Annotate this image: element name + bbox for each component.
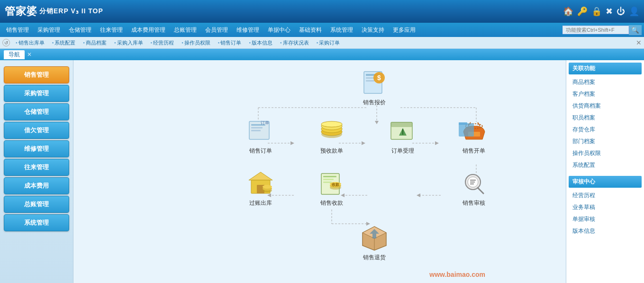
sales-audit-icon [459,169,490,198]
nav-cost[interactable]: 成本费用管理 [127,25,169,36]
sales-quote-icon: $ [359,69,390,97]
content-wrapper: 销售管理 采购管理 仓储管理 借欠管理 维修管理 往来管理 成本费用 总账管理 … [0,60,644,283]
flow-node-sales-order[interactable]: 订单 销售订单 [239,117,282,155]
tab-inventory-status[interactable]: 库存状况表 [276,38,313,47]
tab-system-config[interactable]: 系统配置 [48,38,80,47]
svg-rect-31 [251,127,263,128]
link-operator-perm[interactable]: 操作员权限 [569,147,642,159]
tab-sales-outbound[interactable]: 销售出库单 [12,38,48,47]
tab-purchase-inbound[interactable]: 采购入库单 [110,38,147,47]
tab-version[interactable]: 版本信息 [245,38,276,47]
sales-order-label: 销售订单 [249,147,272,155]
nav-content-area: 导航 ✕ 销售管理 采购管理 仓储管理 借欠管理 维修管理 往来管理 成本费用 … [0,49,644,283]
link-dept-file[interactable]: 部门档案 [569,136,642,147]
tab-sales-order[interactable]: 销售订单 [214,38,245,47]
sales-return-label: 销售退货 [363,254,386,262]
tabs-bar: ↺ 销售出库单 系统配置 商品档案 采购入库单 经营历程 操作员权限 销售订单 … [0,37,644,49]
flow-node-sales-quote[interactable]: $ 销售报价 [353,69,396,107]
sidebar-item-transactions[interactable]: 往来管理 [4,159,69,176]
tab-purchase-order[interactable]: 采购订单 [313,38,344,47]
tab-product-file[interactable]: 商品档案 [79,38,110,47]
search-button[interactable]: 🔍 [629,25,642,35]
sidebar-item-debt[interactable]: 借欠管理 [4,122,69,139]
svg-marker-15 [417,193,420,197]
svg-marker-3 [290,141,294,145]
nav-tab-close[interactable]: ✕ [27,51,32,58]
home-icon[interactable]: 🏠 [563,6,573,17]
nav-sales[interactable]: 销售管理 [2,25,33,36]
sidebar-item-system[interactable]: 系统管理 [4,214,69,231]
flow-node-sales-payment[interactable]: 收款 销售收款 [310,169,353,207]
nav-warehouse[interactable]: 仓储管理 [65,25,95,36]
power-icon[interactable]: ⏻ [617,7,625,17]
related-functions-section: 关联功能 商品档案 客户档案 供货商档案 职员档案 存货仓库 部门档案 操作员权… [569,63,642,171]
nav-transaction[interactable]: 往来管理 [96,25,127,36]
nav-search-area: 🔍 [562,25,642,35]
svg-rect-58 [323,182,332,183]
flow-node-sales-return[interactable]: 销售退货 [353,224,396,262]
svg-line-65 [478,188,483,193]
sales-return-icon [359,224,390,252]
sidebar-item-cost[interactable]: 成本费用 [4,177,69,194]
profile-icon[interactable]: 👤 [629,6,639,17]
nav-base[interactable]: 基础资料 [295,25,326,36]
link-staff-file[interactable]: 职员档案 [569,112,642,124]
order-receive-label: 订单受理 [391,147,414,155]
lock-icon[interactable]: 🔒 [591,6,602,17]
center-content: $ 销售报价 订单 [73,60,566,283]
pass-warehouse-icon [245,169,276,198]
nav-repair[interactable]: 维修管理 [233,25,263,36]
nav-ledger[interactable]: 总账管理 [170,25,200,36]
flow-node-order-receive[interactable]: 订单受理 [381,117,424,155]
link-supplier-file[interactable]: 供货商档案 [569,100,642,112]
nav-purchase[interactable]: 采购管理 [34,25,64,36]
link-system-config[interactable]: 系统配置 [569,159,642,171]
link-business-history[interactable]: 经营历程 [569,190,642,201]
tabs-close-button[interactable]: ✕ [636,39,642,46]
link-version-info[interactable]: 版本信息 [569,225,642,237]
nav-more[interactable]: 更多应用 [389,25,419,36]
logo-sub-text: 分销ERP V₃ II TOP [39,7,103,16]
svg-rect-47 [459,123,474,137]
sidebar-item-repair[interactable]: 维修管理 [4,140,69,157]
sidebar-item-purchase[interactable]: 采购管理 [4,85,69,102]
sidebar-item-ledger[interactable]: 总账管理 [4,196,69,213]
nav-bills[interactable]: 单据中心 [264,25,294,36]
flow-node-pass-warehouse[interactable]: 过账出库 [239,169,282,207]
header-icons: 🏠 🔑 🔒 ✖ ⏻ 👤 [563,6,639,17]
sales-payment-label: 销售收款 [320,199,343,207]
nav-label-bar: 导航 ✕ [0,49,644,60]
tab-business-history[interactable]: 经营历程 [147,38,178,47]
logo-main-text: 管家婆 [5,4,37,18]
flow-node-sales-audit[interactable]: 销售审核 [453,169,495,207]
link-product-file[interactable]: 商品档案 [569,76,642,88]
flow-node-sales-open[interactable]: 销售开单 [453,117,495,155]
link-customer-file[interactable]: 客户档案 [569,88,642,100]
flow-node-prepayment[interactable]: 预收款单 [310,117,353,155]
svg-point-54 [263,185,272,189]
link-bill-audit[interactable]: 单据审核 [569,213,642,225]
svg-marker-5 [362,141,365,145]
svg-rect-56 [323,176,336,177]
sidebar: 销售管理 采购管理 仓储管理 借欠管理 维修管理 往来管理 成本费用 总账管理 … [0,60,73,283]
svg-text:$: $ [377,74,381,82]
sales-open-icon [459,117,490,146]
audit-center-section: 审核中心 经营历程 业务草稿 单据审核 版本信息 [569,176,642,237]
sales-open-label: 销售开单 [463,147,485,155]
user-manage-icon[interactable]: 🔑 [577,6,588,17]
sidebar-item-warehouse[interactable]: 仓储管理 [4,103,69,120]
sidebar-item-sales[interactable]: 销售管理 [4,66,69,83]
sales-audit-label: 销售审核 [463,199,485,207]
search-input[interactable] [562,26,629,34]
pass-warehouse-label: 过账出库 [249,199,272,207]
nav-decision[interactable]: 决策支持 [358,25,388,36]
tabs-refresh-button[interactable]: ↺ [2,39,10,46]
link-inventory-warehouse[interactable]: 存货仓库 [569,124,642,136]
tab-operator-perm[interactable]: 操作员权限 [178,38,214,47]
nav-member[interactable]: 会员管理 [201,25,232,36]
close-app-icon[interactable]: ✖ [606,6,613,17]
link-business-draft[interactable]: 业务草稿 [569,201,642,213]
navigation-tab[interactable]: 导航 [4,50,25,59]
svg-rect-48 [459,122,467,125]
nav-system[interactable]: 系统管理 [327,25,357,36]
